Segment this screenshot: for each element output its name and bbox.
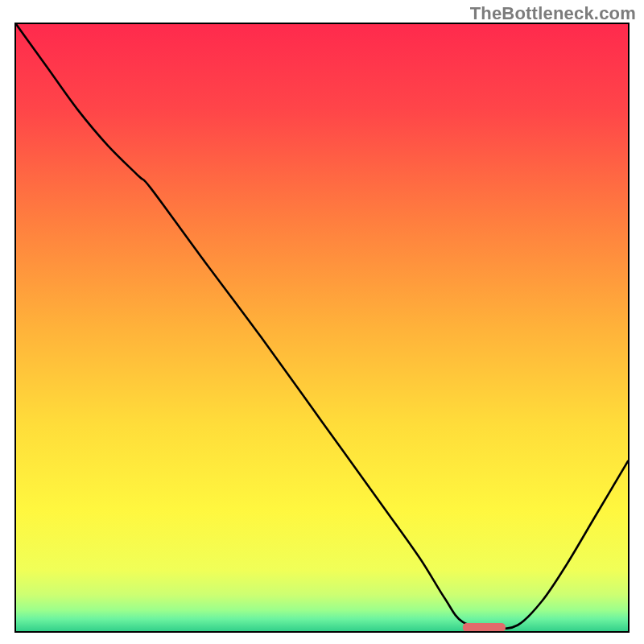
bottleneck-chart: TheBottleneck.com <box>0 0 644 644</box>
minimum-marker <box>463 623 506 631</box>
curve-layer <box>16 24 628 631</box>
bottleneck-curve <box>16 24 628 629</box>
plot-area <box>14 23 630 633</box>
watermark-text: TheBottleneck.com <box>470 3 636 24</box>
